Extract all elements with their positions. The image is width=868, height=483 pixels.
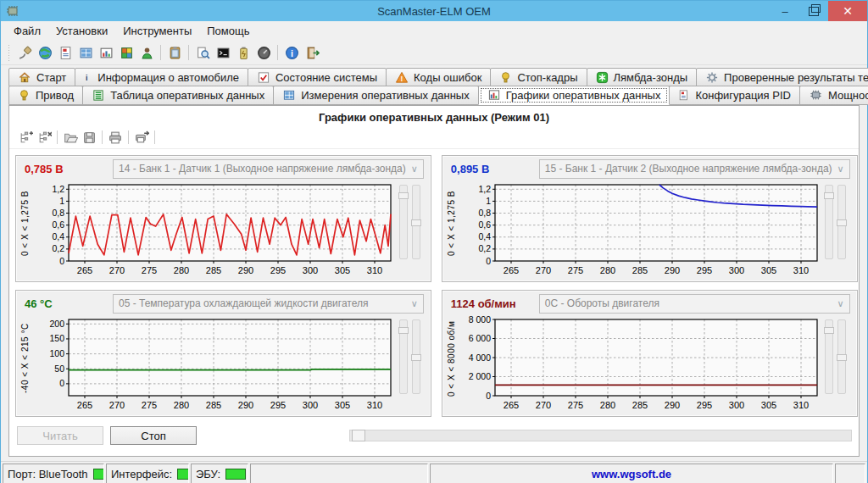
search-doc-icon[interactable] bbox=[192, 42, 213, 63]
pid-select[interactable]: 0C - Обороты двигателя∨ bbox=[539, 294, 850, 314]
toolbar-separator bbox=[188, 45, 189, 60]
svg-text:1: 1 bbox=[486, 196, 491, 206]
y-zoom-slider-1[interactable] bbox=[399, 185, 408, 259]
slider-thumb[interactable] bbox=[824, 192, 834, 199]
svg-text:300: 300 bbox=[729, 400, 744, 410]
export-icon[interactable] bbox=[132, 128, 151, 147]
y-zoom-slider-1[interactable] bbox=[399, 319, 408, 394]
tab-start[interactable]: Старт bbox=[8, 68, 75, 86]
website-link[interactable]: www.wgsoft.de bbox=[430, 464, 833, 483]
stop-button[interactable]: Стоп bbox=[110, 426, 197, 445]
svg-text:8 000: 8 000 bbox=[469, 316, 491, 325]
slider-thumb[interactable] bbox=[837, 354, 847, 361]
svg-text:270: 270 bbox=[536, 265, 551, 275]
svg-text:0: 0 bbox=[59, 378, 64, 388]
y-zoom-slider-2[interactable] bbox=[412, 319, 420, 394]
svg-text:290: 290 bbox=[238, 400, 253, 410]
y-axis-label: 0 < X < 8000 об/м bbox=[445, 316, 458, 401]
svg-text:100: 100 bbox=[49, 348, 64, 358]
open-icon[interactable] bbox=[61, 128, 80, 147]
slider-thumb[interactable] bbox=[837, 219, 847, 226]
svg-text:0,2: 0,2 bbox=[478, 243, 491, 253]
restore-button[interactable] bbox=[799, 1, 828, 21]
interface-status: Интерфейс: bbox=[106, 464, 189, 483]
print-icon[interactable] bbox=[106, 128, 125, 147]
menu-tools[interactable]: Инструменты bbox=[115, 23, 199, 39]
svg-text:6 000: 6 000 bbox=[469, 333, 491, 343]
bar-chart-icon[interactable] bbox=[96, 42, 116, 63]
tab-actuator[interactable]: Привод bbox=[8, 86, 83, 105]
toolbar-separator bbox=[128, 130, 129, 144]
y-zoom-slider-2[interactable] bbox=[837, 185, 846, 259]
menu-file[interactable]: Файл bbox=[6, 23, 48, 39]
pid-select[interactable]: 15 - Банк 1 - Датчик 2 (Выходное напряже… bbox=[539, 159, 850, 179]
svg-text:1,2: 1,2 bbox=[478, 184, 491, 194]
protocol-doc-icon[interactable] bbox=[55, 42, 75, 63]
svg-text:0,8: 0,8 bbox=[478, 208, 491, 218]
svg-text:0,4: 0,4 bbox=[478, 231, 491, 242]
svg-text:265: 265 bbox=[77, 400, 92, 410]
slider-thumb[interactable] bbox=[398, 192, 409, 199]
exit-icon[interactable] bbox=[302, 42, 322, 63]
tab-vehicle-info[interactable]: iИнформация о автомобиле bbox=[75, 68, 248, 86]
connect-icon[interactable] bbox=[14, 42, 35, 63]
y-zoom-slider-2[interactable] bbox=[412, 185, 420, 259]
svg-text:310: 310 bbox=[367, 400, 382, 410]
tab-freeze-frames[interactable]: Стоп-кадры bbox=[490, 68, 587, 86]
tab-live-graphs[interactable]: Графики оперативных данных bbox=[478, 86, 670, 105]
slider-thumb[interactable] bbox=[398, 327, 409, 334]
tabs-area: СтартiИнформация о автомобилеСостояние с… bbox=[1, 65, 867, 105]
y-zoom-slider-2[interactable] bbox=[837, 319, 846, 394]
tab-live-table[interactable]: Таблица оперативных данных bbox=[82, 86, 274, 105]
time-scrollbar[interactable] bbox=[349, 430, 852, 441]
close-button[interactable]: ✕ bbox=[828, 1, 867, 21]
slider-thumb[interactable] bbox=[411, 354, 421, 361]
status-led bbox=[177, 469, 189, 480]
svg-text:290: 290 bbox=[665, 265, 680, 275]
tab-system-status[interactable]: Состояние системы bbox=[248, 68, 387, 86]
svg-text:285: 285 bbox=[632, 400, 648, 410]
tab-test-results[interactable]: Проверенные результаты теста bbox=[696, 68, 868, 86]
read-button[interactable]: Читать bbox=[17, 426, 103, 445]
y-zoom-slider-1[interactable] bbox=[825, 185, 833, 259]
add-graph-icon[interactable] bbox=[16, 128, 35, 147]
menu-help[interactable]: Помощь bbox=[199, 23, 257, 39]
slider-thumb[interactable] bbox=[411, 219, 421, 226]
data-grid-icon[interactable] bbox=[75, 42, 96, 63]
save-icon[interactable] bbox=[80, 128, 98, 147]
battery-icon[interactable] bbox=[233, 42, 253, 63]
time-scrollbar-thumb[interactable] bbox=[352, 430, 365, 441]
terminal-icon[interactable] bbox=[213, 42, 233, 63]
svg-text:0,2: 0,2 bbox=[52, 243, 64, 253]
tab-live-meters[interactable]: Измерения оперативных данных bbox=[273, 86, 478, 105]
menu-settings[interactable]: Установки bbox=[48, 23, 115, 39]
tab-dtc[interactable]: !Коды ошибок bbox=[386, 68, 491, 86]
clipboard-icon[interactable] bbox=[164, 42, 185, 63]
y-zoom-slider-1[interactable] bbox=[825, 319, 833, 394]
minimize-button[interactable]: – bbox=[771, 1, 799, 21]
pid-select[interactable]: 14 - Банк 1 - Датчик 1 (Выходное напряже… bbox=[113, 159, 424, 179]
svg-text:275: 275 bbox=[142, 265, 157, 275]
globe-icon[interactable] bbox=[35, 42, 55, 63]
user-icon[interactable] bbox=[136, 42, 157, 63]
info-icon[interactable]: i bbox=[281, 42, 302, 63]
pid-select-value: 0C - Обороты двигателя bbox=[545, 297, 659, 309]
remove-graph-icon[interactable] bbox=[35, 128, 53, 147]
gear-icon bbox=[705, 71, 719, 84]
slider-thumb[interactable] bbox=[824, 327, 834, 334]
svg-text:0,8: 0,8 bbox=[52, 208, 64, 218]
tab-lambda[interactable]: Лямбда-зонды bbox=[587, 68, 698, 86]
chart-panel-4: 1124 об/мин0C - Обороты двигателя∨0 < X … bbox=[442, 290, 858, 417]
chart-header: 46 °C05 - Температура охлаждающей жидкос… bbox=[16, 291, 431, 316]
window-colors-icon[interactable] bbox=[116, 42, 136, 63]
svg-text:300: 300 bbox=[729, 265, 744, 275]
pid-select-value: 14 - Банк 1 - Датчик 1 (Выходное напряже… bbox=[119, 163, 406, 175]
pid-select[interactable]: 05 - Температура охлаждающей жидкости дв… bbox=[113, 294, 424, 314]
chevron-down-icon: ∨ bbox=[837, 298, 844, 309]
grid-icon bbox=[282, 89, 296, 102]
window-title: ScanMaster-ELM OEM bbox=[1, 5, 867, 18]
tab-pid-config[interactable]: Конфигурация PID bbox=[669, 86, 800, 105]
toolbar-grip bbox=[8, 44, 11, 61]
tab-power[interactable]: Мощность bbox=[799, 86, 868, 105]
gauge-icon[interactable] bbox=[253, 42, 274, 63]
